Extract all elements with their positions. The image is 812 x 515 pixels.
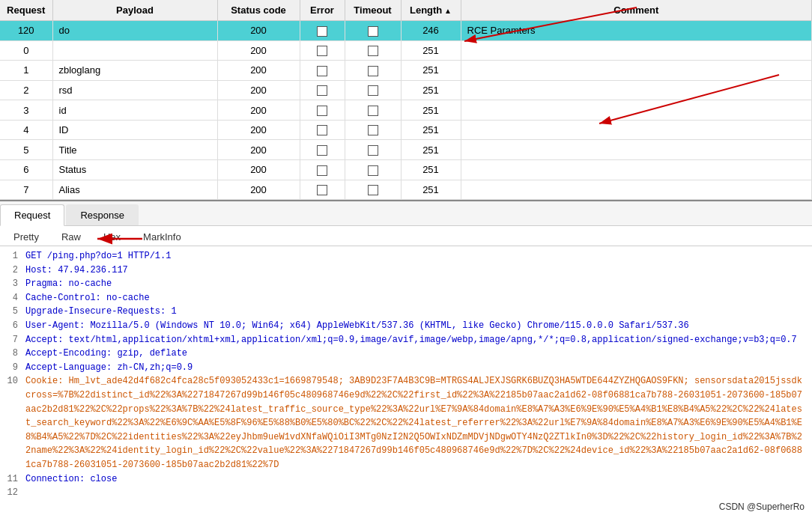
- table-cell[interactable]: [345, 180, 401, 200]
- table-cell[interactable]: [345, 159, 401, 180]
- sub-tab-hex[interactable]: Hex: [93, 228, 131, 246]
- table-cell[interactable]: [345, 40, 401, 61]
- line-content: User-Agent: Mozilla/5.0 (Windows NT 10.0…: [25, 319, 808, 333]
- table-cell: zbloglang: [52, 61, 217, 81]
- checkbox[interactable]: [317, 26, 327, 37]
- table-cell: 251: [401, 180, 461, 200]
- table-cell: 251: [401, 80, 461, 100]
- table-row[interactable]: 4ID200251: [0, 120, 812, 140]
- col-timeout[interactable]: Timeout: [345, 0, 401, 21]
- table-cell[interactable]: [300, 40, 345, 61]
- line-content: GET /ping.php?do=1 HTTP/1.1: [25, 249, 808, 263]
- table-row[interactable]: 2rsd200251: [0, 80, 812, 100]
- table-cell: 0: [0, 40, 52, 61]
- table-cell[interactable]: [300, 21, 345, 41]
- table-cell: [461, 100, 812, 121]
- checkbox[interactable]: [368, 106, 378, 116]
- table-header-row: Request Payload Status code Error Timeou…: [0, 0, 812, 21]
- table-cell[interactable]: [345, 80, 401, 100]
- col-request[interactable]: Request: [0, 0, 52, 21]
- checkbox[interactable]: [317, 85, 327, 96]
- table-cell: 200: [217, 21, 300, 41]
- table-cell: 200: [217, 40, 300, 61]
- table-row[interactable]: 120do200246RCE Paramters: [0, 21, 812, 41]
- line-content: Upgrade-Insecure-Requests: 1: [25, 305, 808, 319]
- table-cell[interactable]: [300, 120, 345, 140]
- code-line: 10Cookie: Hm_lvt_ade42d4f682c4fca28c5f09…: [0, 374, 812, 472]
- table-cell: 200: [217, 180, 300, 200]
- line-content: Accept-Encoding: gzip, deflate: [25, 347, 808, 361]
- checkbox[interactable]: [317, 145, 327, 156]
- table-row[interactable]: 3id200251: [0, 100, 812, 121]
- table-cell[interactable]: [345, 21, 401, 41]
- checkbox[interactable]: [368, 85, 378, 96]
- code-line: 3Pragma: no-cache: [0, 277, 812, 291]
- table-cell[interactable]: [300, 159, 345, 180]
- checkbox[interactable]: [317, 46, 327, 56]
- checkbox[interactable]: [368, 66, 378, 76]
- table-cell[interactable]: [300, 140, 345, 160]
- table-cell: [461, 140, 812, 160]
- col-payload[interactable]: Payload: [52, 0, 217, 21]
- table-cell: 6: [0, 159, 52, 180]
- table-row[interactable]: 7Alias200251: [0, 180, 812, 200]
- table-cell: 200: [217, 159, 300, 180]
- col-status[interactable]: Status code: [217, 0, 300, 21]
- code-line: 8Accept-Encoding: gzip, deflate: [0, 347, 812, 361]
- line-number: 5: [4, 305, 25, 319]
- table-cell: [461, 159, 812, 180]
- tab-response[interactable]: Response: [66, 204, 139, 225]
- col-length[interactable]: Length: [401, 0, 461, 21]
- table-cell[interactable]: [300, 80, 345, 100]
- table-row[interactable]: 1zbloglang200251: [0, 61, 812, 81]
- table-body: 120do200246RCE Paramters02002511zbloglan…: [0, 21, 812, 200]
- table-cell[interactable]: [345, 140, 401, 160]
- table-cell: rsd: [52, 80, 217, 100]
- code-line: 5Upgrade-Insecure-Requests: 1: [0, 305, 812, 319]
- line-number: 6: [4, 319, 25, 333]
- sub-tab-pretty[interactable]: Pretty: [3, 228, 49, 246]
- code-line: 9Accept-Language: zh-CN,zh;q=0.9: [0, 361, 812, 375]
- request-table: Request Payload Status code Error Timeou…: [0, 0, 812, 200]
- col-error[interactable]: Error: [300, 0, 345, 21]
- table-cell: [461, 120, 812, 140]
- line-content: Pragma: no-cache: [25, 277, 808, 291]
- checkbox[interactable]: [368, 145, 378, 156]
- line-number: 1: [4, 249, 25, 263]
- table-row[interactable]: 6Status200251: [0, 159, 812, 180]
- line-number: 2: [4, 263, 25, 278]
- table-cell[interactable]: [300, 100, 345, 121]
- table-cell[interactable]: [345, 120, 401, 140]
- tab-request[interactable]: Request: [0, 204, 64, 226]
- table-cell[interactable]: [345, 61, 401, 81]
- checkbox[interactable]: [368, 185, 378, 195]
- table-cell: RCE Paramters: [461, 21, 812, 41]
- line-number: 10: [4, 374, 25, 472]
- code-area[interactable]: 1GET /ping.php?do=1 HTTP/1.12Host: 47.94…: [0, 246, 812, 501]
- line-number: 4: [4, 291, 25, 305]
- checkbox[interactable]: [368, 46, 378, 56]
- table-cell: 200: [217, 140, 300, 160]
- table-cell[interactable]: [300, 180, 345, 200]
- table-cell[interactable]: [300, 61, 345, 81]
- table-row[interactable]: 5Title200251: [0, 140, 812, 160]
- checkbox[interactable]: [317, 185, 327, 195]
- checkbox[interactable]: [317, 165, 327, 176]
- table-row[interactable]: 0200251: [0, 40, 812, 61]
- table-cell: 251: [401, 140, 461, 160]
- checkbox[interactable]: [317, 66, 327, 76]
- sub-tab-raw[interactable]: Raw: [51, 228, 91, 246]
- checkbox[interactable]: [368, 26, 378, 37]
- table-cell: 200: [217, 80, 300, 100]
- sub-tab-markinfo[interactable]: MarkInfo: [133, 228, 192, 246]
- line-content: Accept-Language: zh-CN,zh;q=0.9: [25, 361, 808, 375]
- checkbox[interactable]: [317, 125, 327, 135]
- table-cell: 200: [217, 61, 300, 81]
- checkbox[interactable]: [368, 125, 378, 135]
- line-content: Host: 47.94.236.117: [25, 263, 808, 278]
- table-cell[interactable]: [345, 100, 401, 121]
- checkbox[interactable]: [368, 165, 378, 176]
- col-comment[interactable]: Comment: [461, 0, 812, 21]
- table-cell: 2: [0, 80, 52, 100]
- checkbox[interactable]: [317, 106, 327, 116]
